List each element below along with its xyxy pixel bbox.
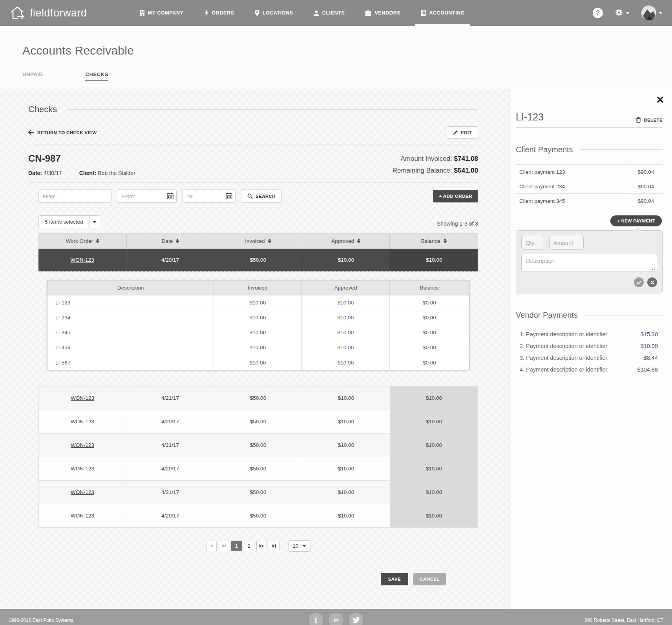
client-payment-row[interactable]: Client payment 345 $90.04 <box>516 194 663 208</box>
delete-button[interactable]: DELETE <box>636 117 663 123</box>
work-order-link[interactable]: WON-123 <box>71 419 94 425</box>
nav-item-orders[interactable]: ORDERS <box>194 0 245 26</box>
vendor-payments-header: Vendor Payments <box>516 311 663 320</box>
table-row[interactable]: WON-123 4/20/17 $50.00 $10.00 $10.00 <box>38 410 478 434</box>
twitter-icon[interactable] <box>349 613 363 625</box>
search-button[interactable]: SEARCH <box>241 190 282 203</box>
sort-icon[interactable] <box>357 239 360 243</box>
first-page-button[interactable] <box>206 541 217 551</box>
dropdown-arrow-button[interactable] <box>89 215 100 228</box>
work-order-link[interactable]: WON-123 <box>71 513 94 519</box>
calendar-icon[interactable] <box>226 193 232 199</box>
search-button-label: SEARCH <box>256 194 276 199</box>
client-payments-table: Client payment 123 $90.04 Client payment… <box>516 164 663 208</box>
new-payment-inputs <box>521 236 657 250</box>
linkedin-icon[interactable]: in <box>329 613 343 625</box>
sort-icon[interactable] <box>96 239 99 243</box>
tab-bar: UNPAID CHECKS <box>22 71 672 81</box>
new-payment-button[interactable]: + NEW PAYMENT <box>610 215 662 226</box>
line-item-row[interactable]: LI-345 $10.00 $10.00 $0.00 <box>47 325 469 340</box>
column-header-balance[interactable]: Balance <box>390 233 478 248</box>
add-order-button[interactable]: + ADD ORDER <box>433 190 478 202</box>
table-row[interactable]: WON-123 4/21/17 $50.00 $10.00 $10.00 <box>38 386 478 410</box>
qty-input[interactable] <box>521 236 544 250</box>
settings-menu[interactable] <box>615 9 630 17</box>
cell-balance: $10.00 <box>390 386 478 410</box>
sort-icon[interactable] <box>176 239 179 243</box>
line-item-row[interactable]: LI-456 $10.00 $10.00 $0.00 <box>47 340 469 355</box>
page-button-1[interactable]: 1 <box>231 541 242 551</box>
cell-approved: $10.00 <box>302 386 390 410</box>
column-header-invoiced[interactable]: Invoiced <box>214 233 302 248</box>
work-order-link[interactable]: WON-123 <box>70 257 94 263</box>
divider <box>580 149 663 150</box>
resize-handle-icon[interactable] <box>652 267 655 270</box>
nav-item-clients[interactable]: CLIENTS <box>303 0 355 26</box>
amount-input[interactable] <box>549 236 584 250</box>
payment-label: 1. Payment description or identifier <box>520 331 607 337</box>
line-item-row[interactable]: LI-567 $10.00 $10.00 $0.00 <box>47 355 469 370</box>
nav-item-locations[interactable]: LOCATIONS <box>245 0 303 26</box>
column-header-date[interactable]: Date <box>127 233 215 248</box>
client-payment-row[interactable]: Client payment 234 $90.04 <box>516 179 663 194</box>
brand-logo[interactable]: fieldforward <box>9 5 87 21</box>
column-header-approved: Approved <box>302 281 390 295</box>
column-header-approved[interactable]: Approved <box>302 233 390 248</box>
description-textarea[interactable] <box>521 254 657 272</box>
last-page-button[interactable] <box>269 541 279 551</box>
payment-label: 4. Payment description or identifier <box>520 366 607 373</box>
map-pin-icon <box>255 10 259 16</box>
cancel-button[interactable]: CANCEL <box>413 573 446 585</box>
confirm-payment-button[interactable] <box>634 277 644 287</box>
tab-checks[interactable]: CHECKS <box>85 71 108 81</box>
table-row[interactable]: WON-123 4/20/17 $50.00 $10.00 $10.00 <box>38 457 478 481</box>
table-row-selected[interactable]: WON-123 4/20/17 $50.00 $10.00 $10.00 <box>38 249 478 272</box>
chevron-down-icon <box>626 12 630 14</box>
page-button-2[interactable]: 2 <box>244 541 254 551</box>
date-value: 4/30/17 <box>44 170 62 176</box>
payment-amount: $90.04 <box>629 165 663 179</box>
help-icon[interactable] <box>593 8 603 18</box>
column-header-description: Description <box>47 281 214 295</box>
nav-item-vendors[interactable]: VENDORS <box>355 0 411 26</box>
save-button[interactable]: SAVE <box>381 573 408 585</box>
user-menu[interactable] <box>641 5 663 20</box>
work-order-link[interactable]: WON-123 <box>71 395 94 401</box>
page-size-select[interactable]: 10 <box>289 540 310 552</box>
items-selected-dropdown[interactable]: 5 items selected <box>38 215 100 228</box>
tab-unpaid[interactable]: UNPAID <box>22 71 43 81</box>
nav-item-my-company[interactable]: MY COMPANY <box>130 0 194 26</box>
return-to-check-view-link[interactable]: RETURN TO CHECK VIEW <box>28 130 97 135</box>
nav-item-accounting[interactable]: ACCOUNTING <box>411 0 475 26</box>
remaining-balance-value: $541.00 <box>454 167 478 174</box>
filter-input[interactable] <box>38 190 111 203</box>
work-order-link[interactable]: WON-123 <box>71 442 94 448</box>
previous-page-button[interactable] <box>219 541 229 551</box>
new-payment-form <box>516 230 663 293</box>
work-order-link[interactable]: WON-123 <box>71 489 94 495</box>
cancel-payment-button[interactable] <box>647 277 657 287</box>
line-item-row[interactable]: LI-123 $10.00 $10.00 $0.00 <box>47 295 469 310</box>
table-row[interactable]: WON-123 4/20/17 $50.00 $10.00 $10.00 <box>38 504 478 528</box>
cell-invoiced: $50.00 <box>214 434 302 457</box>
calendar-icon[interactable] <box>167 193 173 199</box>
edit-button[interactable]: EDIT <box>447 126 478 138</box>
pencil-icon <box>453 130 458 135</box>
vendor-payment-row: 1. Payment description or identifier $15… <box>520 328 658 340</box>
facebook-icon[interactable]: f <box>309 613 323 625</box>
line-item-row[interactable]: LI-234 $10.00 $10.00 $0.00 <box>47 310 469 325</box>
sort-icon[interactable] <box>268 239 271 243</box>
payment-amount: $90.04 <box>629 179 663 193</box>
cell-balance: $10.00 <box>390 410 478 433</box>
table-row[interactable]: WON-123 4/21/17 $50.00 $10.00 $10.00 <box>38 481 478 504</box>
building-icon <box>140 10 145 16</box>
client-payment-row[interactable]: Client payment 123 $90.04 <box>516 165 663 179</box>
close-icon[interactable] <box>657 97 663 103</box>
column-header-work-order[interactable]: Work Order <box>39 233 127 248</box>
table-row[interactable]: WON-123 4/21/17 $50.00 $10.00 $10.00 <box>38 434 478 457</box>
cell-invoiced: $10.00 <box>214 340 302 355</box>
sort-icon[interactable] <box>444 239 447 243</box>
next-page-button[interactable] <box>256 541 267 551</box>
work-order-link[interactable]: WON-123 <box>71 466 94 472</box>
payment-amount: $10.00 <box>641 343 658 349</box>
